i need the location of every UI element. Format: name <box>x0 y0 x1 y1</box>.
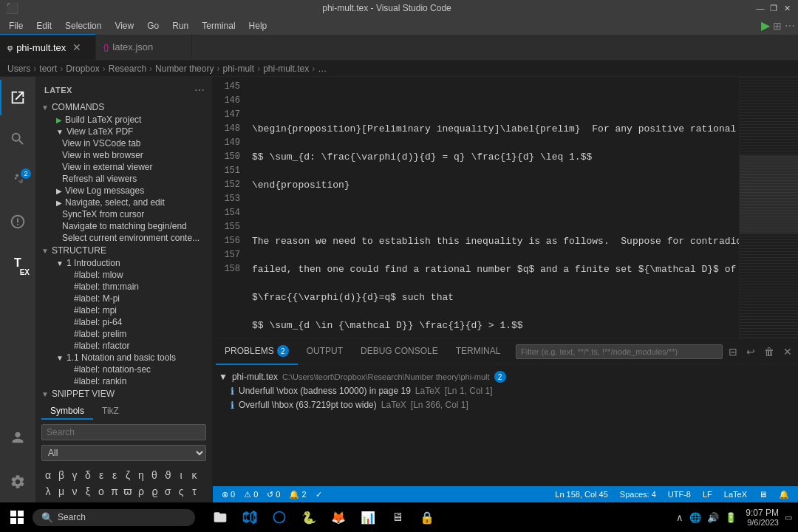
sidebar-item-build[interactable]: ▶ Build LaTeX project <box>35 114 212 126</box>
status-remote[interactable]: 🖥 <box>756 490 770 499</box>
symbol-zeta[interactable]: ζ <box>121 467 134 483</box>
sidebar-item-label-notation-sec[interactable]: #label: notation-sec <box>35 364 212 375</box>
sidebar-item-label-thmmain[interactable]: #label: thm:main <box>35 281 212 293</box>
symbol-theta2[interactable]: ϑ <box>161 467 174 483</box>
window-controls[interactable]: — ❐ ✕ <box>755 3 792 13</box>
activity-latex[interactable]: T EX <box>0 245 35 281</box>
symbol-epsilon1[interactable]: ε <box>95 467 108 483</box>
symbol-sigma2[interactable]: ς <box>174 483 188 499</box>
status-notifications[interactable]: 🔔 2 <box>286 490 309 499</box>
breadcrumb-dropbox[interactable]: Dropbox <box>66 64 99 74</box>
sidebar-item-label-pi64[interactable]: #label: pi-64 <box>35 316 212 328</box>
symbol-pi1[interactable]: π <box>108 483 121 499</box>
sidebar-item-view-web[interactable]: View in web browser <box>35 149 212 161</box>
sidebar-item-navigate[interactable]: ▶ Navigate, select, and edit <box>35 197 212 208</box>
symbol-rho2[interactable]: ϱ <box>148 483 161 499</box>
tray-chevron[interactable]: ∧ <box>676 512 683 523</box>
symbol-nu[interactable]: ν <box>68 483 81 499</box>
sidebar-item-label-mpi2[interactable]: #label: mpi <box>35 304 212 316</box>
menu-file[interactable]: File <box>3 19 29 33</box>
panel-tab-problems[interactable]: PROBLEMS 2 <box>216 339 298 365</box>
sidebar-item-notation[interactable]: ▼ 1.1 Notation and basic tools <box>35 352 212 364</box>
panel-wrap-button[interactable]: ↩ <box>743 344 758 359</box>
menu-selection[interactable]: Selection <box>59 19 107 33</box>
problem-group-header[interactable]: ▼ phi-mult.tex C:\Users\teort\Dropbox\Re… <box>219 369 792 384</box>
problem-item-1[interactable]: ℹ Underfull \vbox (badness 10000) in pag… <box>219 384 792 398</box>
menu-run[interactable]: Run <box>166 19 194 33</box>
menu-help[interactable]: Help <box>243 19 273 33</box>
breadcrumb-phi-mult-tex[interactable]: phi-mult.tex <box>263 64 309 74</box>
activity-source-control[interactable]: 2 <box>0 163 35 198</box>
sidebar-item-label-nfactor[interactable]: #label: nfactor <box>35 340 212 352</box>
panel-tab-terminal[interactable]: TERMINAL <box>447 339 510 365</box>
taskbar-search-input[interactable] <box>58 512 176 522</box>
tray-network[interactable]: 🌐 <box>689 512 701 523</box>
taskbar-icon-more2[interactable]: 🖥 <box>384 504 411 531</box>
symbol-kappa[interactable]: κ <box>188 467 201 483</box>
minimap-slider[interactable] <box>740 155 798 233</box>
menu-view[interactable]: View <box>109 19 140 33</box>
status-sync[interactable]: ↺ 0 <box>264 490 283 499</box>
minimap[interactable] <box>739 77 798 338</box>
snippet-tab-symbols[interactable]: Symbols <box>41 403 93 420</box>
system-clock[interactable]: 9:07 PM 9/6/2023 <box>746 508 779 527</box>
tray-volume[interactable]: 🔊 <box>707 512 719 523</box>
symbol-theta1[interactable]: θ <box>148 467 161 483</box>
more-icon[interactable]: ⋯ <box>785 20 795 32</box>
breadcrumb-teort[interactable]: teort <box>39 64 57 74</box>
sidebar-item-label-mpi[interactable]: #label: M-pi <box>35 293 212 304</box>
panel-close-button[interactable]: ✕ <box>780 344 795 359</box>
symbol-alpha[interactable]: α <box>41 467 55 483</box>
symbol-delta[interactable]: δ <box>81 467 95 483</box>
problem-item-2[interactable]: ℹ Overfull \hbox (63.7219pt too wide) La… <box>219 398 792 412</box>
tray-battery[interactable]: 🔋 <box>725 512 737 523</box>
symbol-iota[interactable]: ι <box>174 467 188 483</box>
tab-latex-json[interactable]: {} latex.json <box>96 34 192 60</box>
snippet-filter-select[interactable]: All <box>41 445 206 461</box>
panel-collapse-button[interactable]: ⊟ <box>726 344 740 359</box>
taskbar-start-button[interactable] <box>6 506 28 528</box>
snippet-tab-tikz[interactable]: TikZ <box>93 403 128 420</box>
taskbar-icon-more1[interactable]: 📊 <box>355 504 381 531</box>
sidebar-action-more[interactable]: ⋯ <box>193 83 206 98</box>
symbol-omicron[interactable]: ο <box>95 483 108 499</box>
status-language[interactable]: LaTeX <box>721 490 750 499</box>
symbol-lambda-lower[interactable]: λ <box>41 483 55 499</box>
tab-phi-mult-tex[interactable]: φ phi-mult.tex ✕ <box>0 34 96 60</box>
tab-close-phi-mult[interactable]: ✕ <box>72 41 81 53</box>
section-commands[interactable]: ▼ COMMANDS <box>35 100 212 114</box>
status-encoding[interactable]: UTF-8 <box>665 490 694 499</box>
sidebar-item-select-env[interactable]: Select current environment conte... <box>35 232 212 244</box>
breadcrumb-research[interactable]: Research <box>109 64 146 74</box>
sidebar-item-refresh[interactable]: Refresh all viewers <box>35 173 212 185</box>
symbol-xi[interactable]: ξ <box>81 483 95 499</box>
symbol-eta[interactable]: η <box>134 467 148 483</box>
sidebar-item-log[interactable]: ▶ View Log messages <box>35 185 212 197</box>
status-warnings[interactable]: ⚠ 0 <box>241 490 261 499</box>
taskbar-icon-more3[interactable]: 🔒 <box>414 504 440 531</box>
menu-edit[interactable]: Edit <box>30 19 58 33</box>
sidebar-item-intro[interactable]: ▼ 1 Introduction <box>35 257 212 269</box>
sidebar-item-label-prelim[interactable]: #label: prelim <box>35 328 212 340</box>
panel-clear-button[interactable]: 🗑 <box>761 344 777 359</box>
section-structure[interactable]: ▼ STRUCTURE <box>35 244 212 257</box>
minimize-button[interactable]: — <box>755 3 765 13</box>
status-spaces[interactable]: Spaces: 4 <box>617 490 659 499</box>
split-editor-icon[interactable]: ⊞ <box>773 20 782 32</box>
sidebar-item-label-rankin[interactable]: #label: rankin <box>35 375 212 387</box>
menu-terminal[interactable]: Terminal <box>196 19 241 33</box>
symbol-sigma1[interactable]: σ <box>161 483 174 499</box>
activity-explorer[interactable] <box>0 80 35 115</box>
menu-go[interactable]: Go <box>141 19 165 33</box>
symbol-epsilon2[interactable]: ε <box>108 467 121 483</box>
section-snippet[interactable]: ▼ SNIPPET VIEW <box>35 387 212 400</box>
sidebar-item-synctex[interactable]: SyncTeX from cursor <box>35 208 212 220</box>
activity-settings[interactable] <box>0 464 35 499</box>
symbol-gamma[interactable]: γ <box>68 467 81 483</box>
taskbar-icon-edge[interactable] <box>266 504 293 531</box>
sidebar-item-view-pdf[interactable]: ▼ View LaTeX PDF <box>35 126 212 137</box>
sidebar-item-view-vscode[interactable]: View in VSCode tab <box>35 137 212 149</box>
sidebar-item-label-mlow[interactable]: #label: mlow <box>35 269 212 281</box>
symbol-beta[interactable]: β <box>55 467 68 483</box>
run-icon[interactable]: ▶ <box>761 18 770 33</box>
